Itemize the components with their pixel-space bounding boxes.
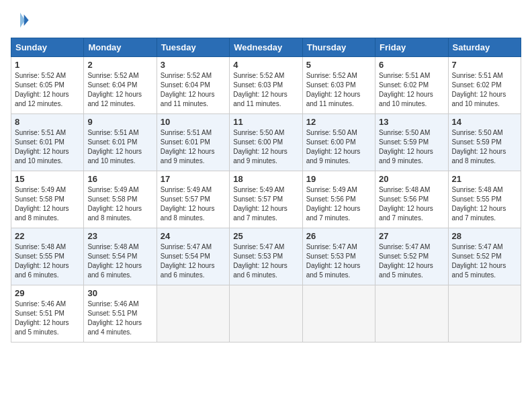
day-info: Sunrise: 5:51 AM Sunset: 6:02 PM Dayligh… [452,71,517,109]
calendar-cell: 14 Sunrise: 5:50 AM Sunset: 5:59 PM Dayl… [448,114,521,171]
calendar-table: SundayMondayTuesdayWednesdayThursdayFrid… [11,38,521,342]
calendar-cell: 2 Sunrise: 5:52 AM Sunset: 6:04 PM Dayli… [84,57,157,114]
calendar-cell: 28 Sunrise: 5:47 AM Sunset: 5:52 PM Dayl… [448,228,521,285]
day-info: Sunrise: 5:46 AM Sunset: 5:51 PM Dayligh… [87,300,152,337]
day-info: Sunrise: 5:51 AM Sunset: 6:01 PM Dayligh… [161,128,226,166]
day-number: 14 [452,117,517,127]
calendar-week-5: 29 Sunrise: 5:46 AM Sunset: 5:51 PM Dayl… [11,285,521,342]
calendar-cell: 20 Sunrise: 5:48 AM Sunset: 5:56 PM Dayl… [375,171,448,228]
calendar-cell [157,285,229,342]
day-info: Sunrise: 5:51 AM Sunset: 6:01 PM Dayligh… [15,128,80,166]
calendar-week-2: 8 Sunrise: 5:51 AM Sunset: 6:01 PM Dayli… [11,114,521,171]
day-info: Sunrise: 5:52 AM Sunset: 6:04 PM Dayligh… [161,71,226,109]
day-number: 11 [233,117,298,127]
day-number: 23 [87,231,152,241]
day-number: 5 [306,60,371,70]
day-info: Sunrise: 5:50 AM Sunset: 6:00 PM Dayligh… [306,128,371,166]
day-number: 25 [233,231,298,241]
day-info: Sunrise: 5:48 AM Sunset: 5:56 PM Dayligh… [379,185,444,223]
day-number: 15 [15,174,80,184]
day-info: Sunrise: 5:52 AM Sunset: 6:05 PM Dayligh… [15,71,80,109]
day-info: Sunrise: 5:49 AM Sunset: 5:58 PM Dayligh… [87,185,152,223]
calendar-cell: 13 Sunrise: 5:50 AM Sunset: 5:59 PM Dayl… [375,114,448,171]
day-number: 19 [306,174,371,184]
day-number: 8 [15,117,80,127]
calendar-cell: 23 Sunrise: 5:48 AM Sunset: 5:54 PM Dayl… [84,228,157,285]
day-info: Sunrise: 5:48 AM Sunset: 5:55 PM Dayligh… [15,242,80,280]
day-info: Sunrise: 5:50 AM Sunset: 5:59 PM Dayligh… [379,128,444,166]
day-number: 24 [161,231,226,241]
day-number: 9 [87,117,152,127]
day-info: Sunrise: 5:47 AM Sunset: 5:52 PM Dayligh… [452,242,517,280]
col-header-wednesday: Wednesday [230,38,302,57]
calendar-cell [302,285,375,342]
logo-icon [11,11,30,30]
day-number: 7 [452,60,517,70]
calendar-cell: 5 Sunrise: 5:52 AM Sunset: 6:03 PM Dayli… [302,57,375,114]
day-number: 27 [379,231,444,241]
calendar-cell [375,285,448,342]
day-number: 10 [161,117,226,127]
day-info: Sunrise: 5:47 AM Sunset: 5:52 PM Dayligh… [379,242,444,280]
calendar-cell: 1 Sunrise: 5:52 AM Sunset: 6:05 PM Dayli… [11,57,84,114]
page-header [11,11,521,30]
day-number: 26 [306,231,371,241]
day-number: 22 [15,231,80,241]
calendar-cell: 27 Sunrise: 5:47 AM Sunset: 5:52 PM Dayl… [375,228,448,285]
calendar-cell: 7 Sunrise: 5:51 AM Sunset: 6:02 PM Dayli… [448,57,521,114]
day-number: 1 [15,60,80,70]
day-info: Sunrise: 5:47 AM Sunset: 5:53 PM Dayligh… [306,242,371,280]
col-header-friday: Friday [375,38,448,57]
day-number: 30 [87,288,152,298]
calendar-cell: 17 Sunrise: 5:49 AM Sunset: 5:57 PM Dayl… [157,171,229,228]
day-info: Sunrise: 5:48 AM Sunset: 5:55 PM Dayligh… [452,185,517,223]
calendar-cell: 25 Sunrise: 5:47 AM Sunset: 5:53 PM Dayl… [230,228,302,285]
day-info: Sunrise: 5:47 AM Sunset: 5:54 PM Dayligh… [161,242,226,280]
day-info: Sunrise: 5:48 AM Sunset: 5:54 PM Dayligh… [87,242,152,280]
calendar-cell [230,285,302,342]
day-number: 28 [452,231,517,241]
day-number: 3 [161,60,226,70]
calendar-cell [448,285,521,342]
calendar-cell: 24 Sunrise: 5:47 AM Sunset: 5:54 PM Dayl… [157,228,229,285]
day-number: 16 [87,174,152,184]
day-info: Sunrise: 5:49 AM Sunset: 5:56 PM Dayligh… [306,185,371,223]
col-header-thursday: Thursday [302,38,375,57]
day-info: Sunrise: 5:52 AM Sunset: 6:04 PM Dayligh… [87,71,152,109]
calendar-cell: 19 Sunrise: 5:49 AM Sunset: 5:56 PM Dayl… [302,171,375,228]
day-number: 4 [233,60,298,70]
day-info: Sunrise: 5:49 AM Sunset: 5:57 PM Dayligh… [161,185,226,223]
col-header-sunday: Sunday [11,38,84,57]
calendar-cell: 16 Sunrise: 5:49 AM Sunset: 5:58 PM Dayl… [84,171,157,228]
calendar-header-row: SundayMondayTuesdayWednesdayThursdayFrid… [11,38,521,57]
calendar-week-1: 1 Sunrise: 5:52 AM Sunset: 6:05 PM Dayli… [11,57,521,114]
day-info: Sunrise: 5:52 AM Sunset: 6:03 PM Dayligh… [233,71,298,109]
day-number: 29 [15,288,80,298]
day-number: 2 [87,60,152,70]
day-info: Sunrise: 5:50 AM Sunset: 6:00 PM Dayligh… [233,128,298,166]
day-info: Sunrise: 5:51 AM Sunset: 6:02 PM Dayligh… [379,71,444,109]
calendar-cell: 18 Sunrise: 5:49 AM Sunset: 5:57 PM Dayl… [230,171,302,228]
day-info: Sunrise: 5:49 AM Sunset: 5:58 PM Dayligh… [15,185,80,223]
calendar-cell: 21 Sunrise: 5:48 AM Sunset: 5:55 PM Dayl… [448,171,521,228]
calendar-cell: 6 Sunrise: 5:51 AM Sunset: 6:02 PM Dayli… [375,57,448,114]
day-number: 18 [233,174,298,184]
day-number: 17 [161,174,226,184]
day-number: 13 [379,117,444,127]
calendar-cell: 26 Sunrise: 5:47 AM Sunset: 5:53 PM Dayl… [302,228,375,285]
calendar-cell: 12 Sunrise: 5:50 AM Sunset: 6:00 PM Dayl… [302,114,375,171]
day-number: 20 [379,174,444,184]
day-number: 6 [379,60,444,70]
day-number: 12 [306,117,371,127]
col-header-monday: Monday [84,38,157,57]
day-info: Sunrise: 5:50 AM Sunset: 5:59 PM Dayligh… [452,128,517,166]
day-info: Sunrise: 5:47 AM Sunset: 5:53 PM Dayligh… [233,242,298,280]
day-info: Sunrise: 5:51 AM Sunset: 6:01 PM Dayligh… [87,128,152,166]
calendar-cell: 10 Sunrise: 5:51 AM Sunset: 6:01 PM Dayl… [157,114,229,171]
day-number: 21 [452,174,517,184]
calendar-cell: 22 Sunrise: 5:48 AM Sunset: 5:55 PM Dayl… [11,228,84,285]
calendar-cell: 15 Sunrise: 5:49 AM Sunset: 5:58 PM Dayl… [11,171,84,228]
calendar-cell: 30 Sunrise: 5:46 AM Sunset: 5:51 PM Dayl… [84,285,157,342]
calendar-cell: 9 Sunrise: 5:51 AM Sunset: 6:01 PM Dayli… [84,114,157,171]
logo [11,11,32,30]
